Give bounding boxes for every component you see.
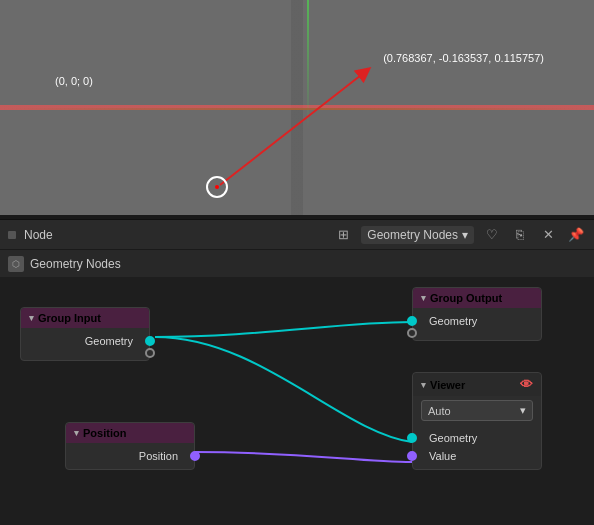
collapse-arrow-out[interactable]: ▾ xyxy=(421,293,426,303)
viewer-geo-row: Geometry xyxy=(413,429,541,447)
empty-output-socket[interactable] xyxy=(145,348,155,358)
group-input-title: ▾ Group Input xyxy=(21,308,149,328)
viewer-geometry-socket[interactable] xyxy=(407,433,417,443)
viewer-value-socket[interactable] xyxy=(407,451,417,461)
geometry-output-socket[interactable] xyxy=(145,336,155,346)
group-output-title: ▾ Group Output xyxy=(413,288,541,308)
3d-cursor xyxy=(207,177,227,197)
position-output-row: Position xyxy=(66,447,194,465)
empty-output-row xyxy=(21,350,149,356)
viewer-body: Geometry Value xyxy=(413,425,541,469)
position-node[interactable]: ▾ Position Position xyxy=(65,422,195,470)
origin-label: (0, 0; 0) xyxy=(55,75,93,87)
position-title: ▾ Position xyxy=(66,423,194,443)
breadcrumb-icon: ⬡ xyxy=(8,256,24,272)
breadcrumb-label: Geometry Nodes xyxy=(30,257,121,271)
collapse-arrow[interactable]: ▾ xyxy=(29,313,34,323)
geometry-output-row: Geometry xyxy=(21,332,149,350)
heart-icon[interactable]: ♡ xyxy=(482,225,502,245)
collapse-arrow-pos[interactable]: ▾ xyxy=(74,428,79,438)
viewer-eye-icon[interactable]: 👁 xyxy=(520,377,533,392)
group-input-body: Geometry xyxy=(21,328,149,360)
node-editor-header: Node ⊞ Geometry Nodes ▾ ♡ ⎘ ✕ 📌 xyxy=(0,219,594,249)
geo-nodes-label: Geometry Nodes xyxy=(367,228,458,242)
display-mode-btn[interactable]: ⊞ xyxy=(333,225,353,245)
group-output-body: Geometry xyxy=(413,308,541,340)
copy-icon[interactable]: ⎘ xyxy=(510,225,530,245)
close-icon[interactable]: ✕ xyxy=(538,225,558,245)
empty-input-socket[interactable] xyxy=(407,328,417,338)
group-input-node[interactable]: ▾ Group Input Geometry xyxy=(20,307,150,361)
editor-type-icon xyxy=(8,231,16,239)
x-axis xyxy=(0,108,594,110)
viewer-value-row: Value xyxy=(413,447,541,465)
editor-mode-label: Node xyxy=(24,228,53,242)
collapse-arrow-view[interactable]: ▾ xyxy=(421,380,426,390)
viewer-mode-dropdown[interactable]: Auto ▾ xyxy=(421,400,533,421)
pin-icon[interactable]: 📌 xyxy=(566,225,586,245)
viewer-node[interactable]: ▾ Viewer 👁 Auto ▾ Geometry Value xyxy=(412,372,542,470)
group-output-node[interactable]: ▾ Group Output Geometry xyxy=(412,287,542,341)
geo-nodes-chevron: ▾ xyxy=(462,228,468,242)
node-canvas[interactable]: ▾ Group Input Geometry ▾ Group Output Ge… xyxy=(0,277,594,525)
position-body: Position xyxy=(66,443,194,469)
viewport-3d[interactable]: (0, 0; 0) (0.768367, -0.163537, 0.115757… xyxy=(0,0,594,215)
node-breadcrumb-bar: ⬡ Geometry Nodes xyxy=(0,249,594,277)
empty-input-row xyxy=(413,330,541,336)
geometry-input-socket[interactable] xyxy=(407,316,417,326)
coord-label: (0.768367, -0.163537, 0.115757) xyxy=(383,52,544,64)
position-output-socket[interactable] xyxy=(190,451,200,461)
viewer-title: ▾ Viewer 👁 xyxy=(413,373,541,396)
dropdown-chevron: ▾ xyxy=(520,404,526,417)
geo-nodes-dropdown[interactable]: Geometry Nodes ▾ xyxy=(361,226,474,244)
geo-input-row: Geometry xyxy=(413,312,541,330)
